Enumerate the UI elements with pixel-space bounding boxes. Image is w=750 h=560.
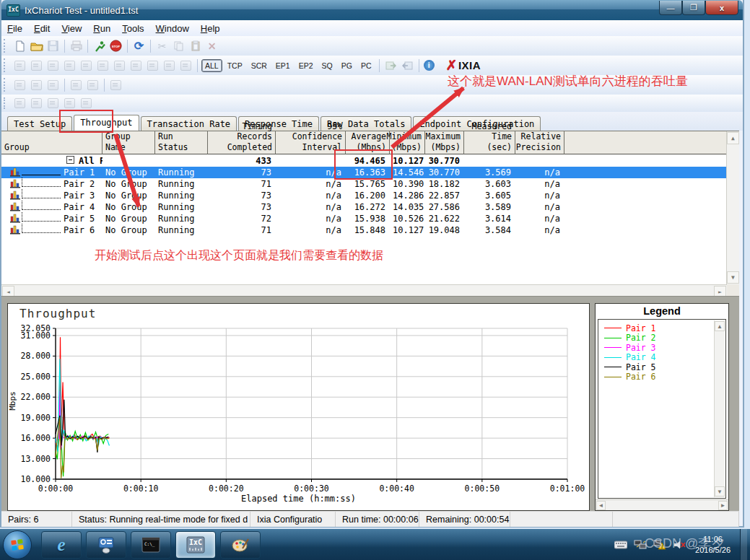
- table-row-all-pairs[interactable]: All Pairs43394.46510.12730.770: [1, 155, 727, 167]
- ixia-logo: ✗IXIA: [446, 57, 481, 74]
- toolbar-grip[interactable]: [4, 97, 8, 110]
- taskbar-button-display-settings[interactable]: [86, 531, 126, 559]
- table-row-pair-3[interactable]: Pair 3No GroupRunning73n/a16.20014.28622…: [1, 190, 727, 201]
- taskbar-button-command-prompt[interactable]: C:\_: [131, 531, 171, 559]
- column-header-0[interactable]: Group: [1, 131, 103, 154]
- tab-throughput[interactable]: Throughput: [74, 115, 139, 131]
- show-desktop-button[interactable]: [740, 529, 747, 560]
- print-icon: [69, 39, 84, 53]
- view-filter-pg[interactable]: PG: [338, 59, 356, 72]
- column-header-5[interactable]: Average (Mbps): [346, 131, 390, 154]
- start-button[interactable]: [3, 530, 32, 559]
- menu-item-view[interactable]: View: [56, 22, 87, 35]
- menu-item-help[interactable]: Help: [195, 22, 226, 35]
- legend-box: Pair 1Pair 2Pair 3Pair 4Pair 5Pair 6 ▲ ▼: [598, 319, 726, 499]
- open-file-icon[interactable]: [29, 39, 44, 53]
- ci-cell: n/a: [276, 214, 346, 224]
- scroll-up-arrow[interactable]: ▲: [727, 132, 739, 144]
- completed-cell: 73: [208, 191, 276, 201]
- pair_group-cell: No Group: [103, 225, 155, 235]
- scroll-right-arrow[interactable]: ►: [718, 501, 728, 510]
- y-tick-label: 13.000: [20, 454, 51, 464]
- run-test-icon[interactable]: [92, 39, 107, 53]
- menu-item-tools[interactable]: Tools: [116, 22, 149, 35]
- pair-name: Pair 4: [64, 202, 95, 212]
- table-row-pair-6[interactable]: Pair 6No GroupRunning71n/a15.84810.12719…: [1, 224, 727, 236]
- minimize-button[interactable]: —: [659, 1, 682, 15]
- tree-connector: [22, 201, 61, 210]
- close-button[interactable]: x: [705, 1, 738, 15]
- keyboard-icon[interactable]: [614, 541, 627, 549]
- pair-name: Pair 1: [64, 167, 95, 178]
- scrollbar-corner: [727, 284, 739, 297]
- table-row-pair-2[interactable]: Pair 2No GroupRunning71n/a15.76510.39018…: [1, 178, 727, 190]
- pair_group-cell: No Group: [103, 191, 155, 201]
- menu-item-window[interactable]: Window: [150, 22, 195, 35]
- toolbar-separator: [150, 40, 151, 53]
- view-filter-ep1[interactable]: EP1: [272, 59, 294, 72]
- toolbar-grip[interactable]: [4, 78, 8, 92]
- new-document-icon[interactable]: [12, 39, 27, 53]
- info-icon[interactable]: i: [424, 60, 435, 71]
- column-header-8[interactable]: Measured Time (sec): [464, 131, 515, 154]
- legend-vertical-scrollbar[interactable]: ▲ ▼: [714, 320, 725, 497]
- legend-horizontal-scrollbar[interactable]: ◄ ►: [596, 499, 728, 510]
- pair-chart-icon: [4, 191, 20, 201]
- column-header-9[interactable]: Relative Precision: [515, 131, 564, 154]
- maximize-button[interactable]: ❐: [682, 1, 705, 15]
- title-bar[interactable]: IxC IxChariot Test - untitled1.tst — ❐ x: [1, 0, 743, 20]
- legend-entry-pair-6[interactable]: Pair 6: [598, 372, 725, 382]
- column-header-7[interactable]: Maximum (Mbps): [425, 131, 464, 154]
- refresh-icon[interactable]: ⟳: [131, 39, 147, 53]
- column-header-2[interactable]: Run Status: [155, 131, 208, 154]
- view-filter-sq[interactable]: SQ: [318, 59, 336, 72]
- view-filter-pc[interactable]: PC: [357, 59, 375, 72]
- throughput-line-chart: 32.05031.00028.00025.00022.00019.00016.0…: [8, 304, 589, 491]
- legend-entry-pair-3[interactable]: Pair 3: [598, 343, 725, 353]
- max-cell: 19.048: [425, 225, 464, 235]
- pair-name: Pair 3: [64, 191, 95, 201]
- legend-entry-pair-2[interactable]: Pair 2: [598, 333, 725, 344]
- stop-test-icon[interactable]: STOP: [108, 39, 123, 53]
- scroll-down-arrow[interactable]: ▼: [727, 271, 739, 284]
- group-cell: Pair 6: [1, 224, 103, 237]
- delete-icon: ✕: [204, 39, 219, 53]
- view-filter-all[interactable]: ALL: [201, 59, 222, 72]
- column-header-4[interactable]: 95% Confidence Interval: [276, 131, 346, 154]
- collapse-icon[interactable]: [66, 156, 74, 164]
- ixia-logo-x: ✗: [446, 57, 458, 74]
- taskbar-button-ixchariot[interactable]: IxC: [175, 531, 216, 559]
- taskbar-button-internet-explorer[interactable]: e: [41, 531, 82, 559]
- column-header-3[interactable]: Timing Records Completed: [208, 131, 276, 154]
- view-filter-scr[interactable]: SCR: [248, 59, 271, 72]
- toolbar-grip[interactable]: [4, 39, 8, 53]
- menu-item-run[interactable]: Run: [87, 22, 116, 35]
- video-stream-icon: [95, 58, 110, 73]
- scroll-left-arrow[interactable]: ◄: [596, 501, 606, 510]
- view-filter-ep2[interactable]: EP2: [295, 59, 317, 72]
- min-cell: 10.127: [390, 225, 425, 235]
- tab-test-setup[interactable]: Test Setup: [7, 116, 72, 131]
- column-header-6[interactable]: Minimum (Mbps): [390, 131, 425, 154]
- toolbar-separator: [104, 79, 105, 92]
- toolbar-grip[interactable]: [4, 58, 8, 72]
- time-cell: 3.569: [464, 167, 515, 178]
- scroll-down-arrow[interactable]: ▼: [715, 486, 725, 496]
- table-row-pair-4[interactable]: Pair 4No GroupRunning73n/a16.27214.03527…: [1, 201, 727, 213]
- table-vertical-scrollbar[interactable]: ▲ ▼: [726, 131, 739, 284]
- taskbar-button-paint[interactable]: [220, 531, 261, 559]
- table-row-pair-5[interactable]: Pair 5No GroupRunning72n/a15.93810.52621…: [1, 213, 727, 224]
- menu-item-file[interactable]: File: [1, 22, 28, 35]
- find-pair-icon: [29, 78, 44, 92]
- pair-name: Pair 2: [64, 179, 95, 189]
- legend-entry-pair-4[interactable]: Pair 4: [598, 353, 725, 363]
- menu-item-edit[interactable]: Edit: [28, 22, 56, 35]
- table-row-pair-1[interactable]: Pair 1No GroupRunning73n/a16.36314.54630…: [1, 167, 727, 178]
- toolbar-main: STOP⟳✂✕: [1, 36, 743, 56]
- view-filter-tcp[interactable]: TCP: [224, 59, 246, 72]
- legend-entry-pair-5[interactable]: Pair 5: [598, 362, 725, 372]
- scroll-up-arrow[interactable]: ▲: [715, 321, 725, 331]
- table-header: GroupPair Group NameRun StatusTiming Rec…: [1, 131, 727, 154]
- column-header-1[interactable]: Pair Group Name: [103, 131, 155, 154]
- legend-entry-pair-1[interactable]: Pair 1: [598, 323, 725, 333]
